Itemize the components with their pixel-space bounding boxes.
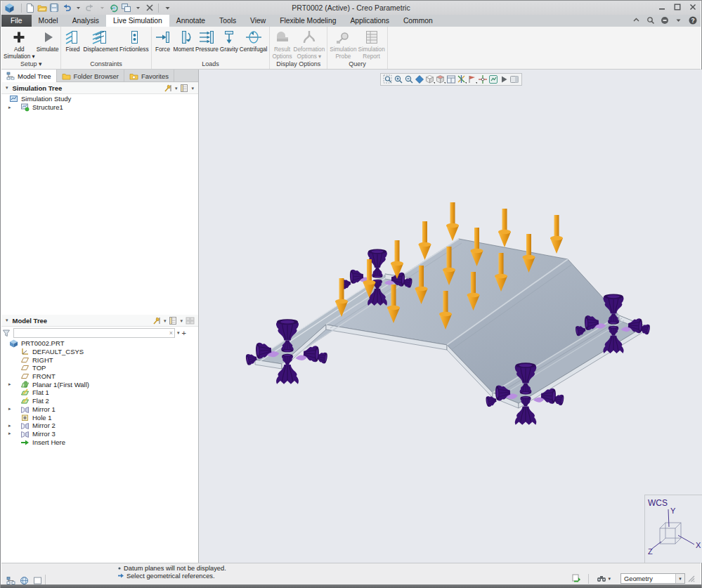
tree-item-flat-1[interactable]: Flat 1 <box>1 388 198 397</box>
ribbon-button-simulate[interactable]: Simulate <box>36 27 60 53</box>
tree-list-button[interactable] <box>180 84 188 93</box>
tab-file[interactable]: File <box>1 15 32 27</box>
ribbon-button-pressure[interactable]: Pressure <box>195 27 219 53</box>
tree-item-mirror-1[interactable]: ▸Mirror 1 <box>1 405 198 414</box>
panel-button[interactable] <box>509 74 519 84</box>
filter-input[interactable]: × <box>13 328 175 338</box>
find-icon[interactable] <box>596 574 606 584</box>
datum-display-button[interactable] <box>457 74 467 84</box>
ribbon-button-gravity[interactable]: Gravity <box>219 27 239 53</box>
annotation-display-button[interactable] <box>467 74 477 84</box>
tree-item-top[interactable]: TOP <box>1 364 198 372</box>
qat-redo-drop-button[interactable] <box>96 3 108 13</box>
tree-item-mirror-2[interactable]: ▸Mirror 2 <box>1 422 198 430</box>
selection-filter[interactable]: Geometry ▾ <box>620 573 685 584</box>
view-manager-button[interactable] <box>446 74 456 84</box>
expand-icon[interactable]: ▸ <box>8 423 20 429</box>
collapse-ribbon-icon[interactable] <box>632 15 641 25</box>
ribbon-button-force[interactable]: Force <box>153 27 173 53</box>
frame-button[interactable] <box>32 575 43 585</box>
maximize-button[interactable] <box>672 2 682 11</box>
tree-columns-button[interactable] <box>186 316 195 325</box>
graphics-area[interactable]: WCSYXZ <box>199 70 702 563</box>
qat-redo-button[interactable] <box>84 3 96 13</box>
tab-tools[interactable]: Tools <box>212 15 243 27</box>
display-style-button[interactable] <box>425 74 435 84</box>
resize-grip[interactable] <box>688 575 695 582</box>
tree-item-front[interactable]: FRONT <box>1 372 198 381</box>
tab-live-simulation[interactable]: Live Simulation <box>106 15 169 27</box>
ribbon-button-displacement[interactable]: Displacement <box>82 27 119 53</box>
spin-center-button[interactable] <box>478 74 488 84</box>
navigator-tab-folder-browser[interactable]: Folder Browser <box>57 70 124 82</box>
dropdown-icon[interactable] <box>674 15 683 25</box>
tab-model[interactable]: Model <box>32 15 65 27</box>
tab-applications[interactable]: Applications <box>343 15 396 27</box>
tree-item-structure1[interactable]: ▸Structure1 <box>1 103 198 112</box>
collapse-icon[interactable]: ▾ <box>6 318 8 323</box>
tab-annotate[interactable]: Annotate <box>169 15 212 27</box>
ribbon-button-fixed[interactable]: Fixed <box>63 27 82 53</box>
help-icon[interactable]: ? <box>688 15 697 25</box>
clear-icon[interactable]: × <box>169 329 173 338</box>
filter-dropdown[interactable]: ▾ <box>177 330 180 336</box>
tree-list-button[interactable] <box>169 316 177 325</box>
filter-add-button[interactable]: + <box>182 329 186 337</box>
tab-view[interactable]: View <box>243 15 273 27</box>
tab-analysis[interactable]: Analysis <box>65 15 106 27</box>
qat-close-window-button[interactable] <box>144 3 155 13</box>
saved-orientations-button[interactable] <box>436 74 446 84</box>
tree-item-mirror-3[interactable]: ▸Mirror 3 <box>1 430 198 438</box>
tree-settings-button[interactable] <box>152 316 161 325</box>
browser-globe-button[interactable] <box>19 575 30 585</box>
qat-save-button[interactable] <box>48 3 60 13</box>
tree-item-simulation-study[interactable]: Simulation Study <box>1 95 198 103</box>
repaint-button[interactable] <box>415 74 424 84</box>
tab-common[interactable]: Common <box>396 15 440 27</box>
tree-item-prt0002-prt[interactable]: PRT0002.PRT <box>1 339 198 348</box>
expand-icon[interactable]: ▸ <box>8 381 20 387</box>
ribbon-button-centrifugal[interactable]: Centrifugal <box>239 27 268 53</box>
app-icon[interactable] <box>4 3 15 13</box>
zoom-out-button[interactable] <box>404 74 414 84</box>
play-button[interactable] <box>499 74 509 84</box>
ribbon-button-deformation-options[interactable]: Deformation Options ▾ <box>293 27 326 60</box>
tree-toggle-button[interactable] <box>6 575 16 585</box>
expand-icon[interactable]: ▸ <box>8 431 20 436</box>
qat-windows-drop-button[interactable] <box>132 3 143 13</box>
command-locator-icon[interactable] <box>660 15 669 25</box>
selection-filter-dropdown[interactable]: ▾ <box>675 574 684 583</box>
filter-icon[interactable] <box>1 328 11 338</box>
tree-settings-button[interactable] <box>163 84 172 93</box>
sim-display-button[interactable] <box>488 74 498 84</box>
expand-icon[interactable]: ▸ <box>8 406 20 412</box>
ribbon-button-frictionless[interactable]: Frictionless <box>119 27 149 53</box>
ribbon-button-simulation-probe[interactable]: Simulation Probe <box>329 27 357 60</box>
qat-qat-drop-button[interactable] <box>162 3 173 13</box>
qat-windows-button[interactable] <box>120 3 131 13</box>
search-icon[interactable] <box>646 15 655 25</box>
tree-item-insert-here[interactable]: Insert Here <box>1 438 198 446</box>
tree-item-default-csys[interactable]: DEFAULT_CSYS <box>1 348 198 356</box>
tree-item-flat-2[interactable]: Flat 2 <box>1 397 198 405</box>
qat-undo-drop-button[interactable] <box>72 3 84 13</box>
close-button[interactable] <box>688 2 698 11</box>
tree-item-hole-1[interactable]: Hole 1 <box>1 413 198 422</box>
navigator-tab-favorites[interactable]: Favorites <box>124 70 174 82</box>
export-icon[interactable] <box>571 574 581 584</box>
qat-open-button[interactable] <box>37 3 48 13</box>
qat-regenerate-button[interactable] <box>108 3 119 13</box>
tab-flexible-modeling[interactable]: Flexible Modeling <box>273 15 343 27</box>
zoom-fit-button[interactable] <box>383 74 393 84</box>
navigator-tab-model-tree[interactable]: Model Tree <box>1 70 57 82</box>
tree-item-right[interactable]: RIGHT <box>1 355 198 364</box>
expand-icon[interactable]: ▸ <box>8 105 20 110</box>
minimize-button[interactable] <box>657 2 667 11</box>
zoom-in-button[interactable] <box>394 74 403 84</box>
qat-new-button[interactable] <box>25 3 36 13</box>
find-dropdown[interactable]: ▾ <box>608 576 611 582</box>
collapse-icon[interactable]: ▾ <box>6 85 8 91</box>
tree-item-planar-1-first-wall[interactable]: ▸Planar 1(First Wall) <box>1 380 198 388</box>
ribbon-button-result-options[interactable]: Result Options <box>271 27 292 60</box>
qat-undo-button[interactable] <box>60 3 72 13</box>
